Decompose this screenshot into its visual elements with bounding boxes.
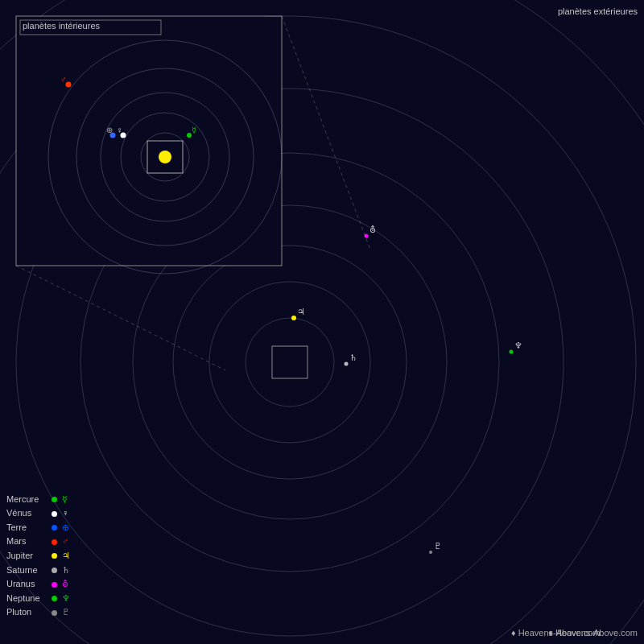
- solar-system-canvas: [0, 0, 644, 644]
